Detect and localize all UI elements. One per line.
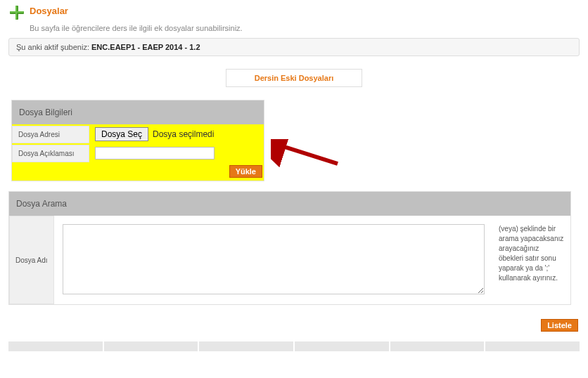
file-status: Dosya seçilmedi	[153, 129, 214, 139]
svg-line-5	[278, 145, 338, 164]
arrow-annotation-icon	[271, 139, 341, 167]
file-name-label: Dosya Adı	[9, 216, 54, 304]
active-branch-value: ENC.EAEP1 - EAEP 2014 - 1.2	[91, 43, 200, 51]
old-files-button[interactable]: Dersin Eski Dosyaları	[226, 69, 363, 87]
list-button[interactable]: Listele	[541, 319, 578, 332]
svg-rect-3	[10, 11, 24, 13]
page-title: Dosyalar	[30, 6, 68, 16]
file-address-label: Dosya Adresi	[12, 126, 89, 143]
upload-button[interactable]: Yükle	[229, 165, 262, 178]
file-desc-label: Dosya Açıklaması	[12, 145, 89, 162]
page-subtitle: Bu sayfa ile öğrencilere ders ile ilgili…	[30, 24, 580, 32]
file-search-panel: Dosya Arama Dosya Adı (veya) şeklinde bi…	[8, 191, 571, 305]
file-search-panel-header: Dosya Arama	[9, 192, 570, 216]
file-info-panel: Dosya Bilgileri Dosya Adresi Dosya Seç D…	[11, 100, 264, 181]
search-hint-text: (veya) şeklinde bir arama yapacaksanız a…	[493, 216, 570, 304]
plus-icon	[8, 4, 25, 21]
active-branch-bar: Şu anki aktif şubeniz: ENC.EAEP1 - EAEP …	[8, 38, 580, 56]
file-info-panel-header: Dosya Bilgileri	[12, 100, 264, 124]
active-branch-prefix: Şu anki aktif şubeniz:	[16, 43, 91, 51]
bottom-divider	[8, 341, 580, 351]
file-name-textarea[interactable]	[63, 224, 485, 294]
file-desc-input[interactable]	[95, 147, 215, 159]
choose-file-button[interactable]: Dosya Seç	[95, 127, 148, 141]
